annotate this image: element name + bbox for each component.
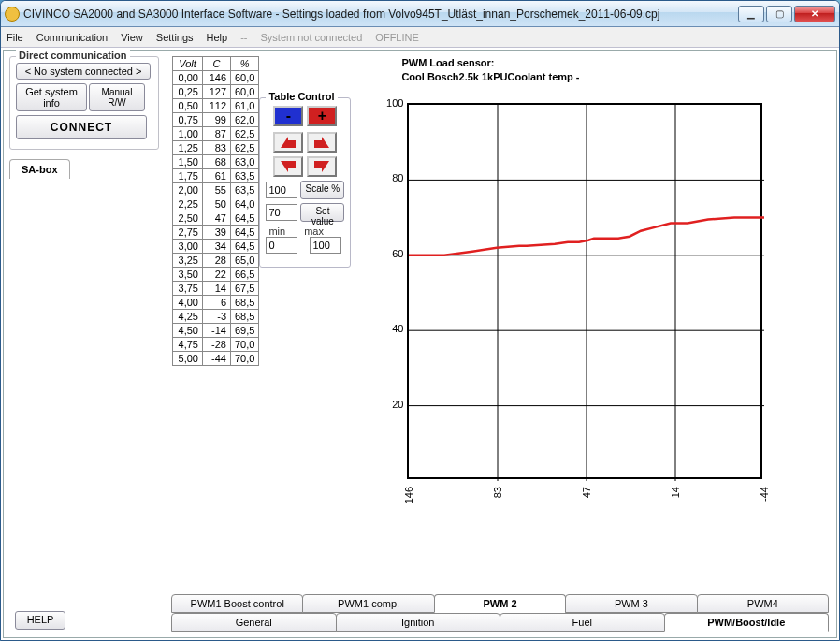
tab-pwm-boost-idle[interactable]: PWM/Boost/Idle [664, 613, 830, 632]
table-cell[interactable]: 2,25 [173, 197, 203, 211]
table-cell[interactable]: 68,5 [231, 310, 259, 324]
table-row[interactable]: 4,25-368,5 [173, 310, 259, 324]
menu-view[interactable]: View [121, 32, 143, 43]
increment-button[interactable]: + [307, 106, 337, 126]
no-system-button[interactable]: < No system connected > [16, 63, 151, 80]
table-row[interactable]: 2,504764,5 [173, 211, 259, 226]
data-table[interactable]: Volt C % 0,0014660,00,2512760,00,5011261… [172, 56, 259, 366]
table-cell[interactable]: 39 [203, 226, 231, 240]
table-row[interactable]: 4,75-2870,0 [173, 338, 259, 352]
table-cell[interactable]: 0,75 [173, 113, 203, 127]
table-cell[interactable]: 64,5 [231, 240, 259, 254]
menu-communication[interactable]: Communication [36, 32, 108, 43]
table-cell[interactable]: 2,75 [173, 226, 203, 240]
table-cell[interactable]: 62,5 [231, 127, 259, 141]
scale-input[interactable] [266, 182, 297, 198]
table-row[interactable]: 2,255064,0 [173, 197, 259, 211]
table-cell[interactable]: 3,75 [173, 282, 203, 296]
table-cell[interactable]: 14 [203, 282, 231, 296]
table-cell[interactable]: 2,00 [173, 183, 203, 197]
close-button[interactable] [794, 6, 835, 22]
decrement-button[interactable]: - [273, 106, 303, 126]
table-cell[interactable]: 112 [203, 99, 231, 113]
table-cell[interactable]: -28 [203, 338, 231, 352]
table-cell[interactable]: 62,5 [231, 141, 259, 155]
table-cell[interactable]: 3,25 [173, 254, 203, 268]
table-row[interactable]: 2,005563,5 [173, 183, 259, 197]
table-cell[interactable]: 22 [203, 268, 231, 282]
maximize-button[interactable] [766, 6, 792, 22]
manual-rw-button[interactable]: Manual R/W [89, 83, 145, 111]
table-cell[interactable]: -3 [203, 310, 231, 324]
menu-help[interactable]: Help [207, 32, 228, 43]
table-cell[interactable]: 70,0 [231, 352, 259, 366]
table-cell[interactable]: 63,0 [231, 155, 259, 169]
table-cell[interactable]: 47 [203, 211, 231, 226]
table-row[interactable]: 1,506863,0 [173, 155, 259, 169]
table-cell[interactable]: 50 [203, 197, 231, 211]
tab-pwm4[interactable]: PWM4 [697, 594, 829, 613]
table-cell[interactable]: 4,00 [173, 296, 203, 310]
table-cell[interactable]: 55 [203, 183, 231, 197]
table-cell[interactable]: 66,5 [231, 268, 259, 282]
table-cell[interactable]: 60,0 [231, 85, 259, 99]
table-cell[interactable]: 64,5 [231, 226, 259, 240]
table-cell[interactable]: 70,0 [231, 338, 259, 352]
table-row[interactable]: 5,00-4470,0 [173, 352, 259, 366]
tab-pwm-2[interactable]: PWM 2 [434, 594, 566, 613]
connect-button[interactable]: CONNECT [16, 115, 147, 139]
table-row[interactable]: 3,502266,5 [173, 268, 259, 282]
scale-button[interactable]: Scale % [300, 181, 344, 199]
table-cell[interactable]: 1,00 [173, 127, 203, 141]
table-cell[interactable]: 4,50 [173, 324, 203, 338]
table-cell[interactable]: 62,0 [231, 113, 259, 127]
table-cell[interactable]: 1,50 [173, 155, 203, 169]
tab-fuel[interactable]: Fuel [500, 613, 665, 632]
table-row[interactable]: 2,753964,5 [173, 226, 259, 240]
table-cell[interactable]: 146 [203, 71, 231, 85]
table-cell[interactable]: 34 [203, 240, 231, 254]
table-row[interactable]: 3,751467,5 [173, 282, 259, 296]
table-cell[interactable]: 0,50 [173, 99, 203, 113]
arrow-down-right-button[interactable] [307, 156, 337, 177]
menu-settings[interactable]: Settings [156, 32, 194, 43]
table-row[interactable]: 3,252865,0 [173, 254, 259, 268]
table-cell[interactable]: 1,75 [173, 169, 203, 183]
table-cell[interactable]: -44 [203, 352, 231, 366]
table-cell[interactable]: 60,0 [231, 71, 259, 85]
table-cell[interactable]: 67,5 [231, 282, 259, 296]
table-cell[interactable]: 63,5 [231, 169, 259, 183]
arrow-down-left-button[interactable] [273, 156, 303, 177]
table-cell[interactable]: 4,25 [173, 310, 203, 324]
table-cell[interactable]: 61 [203, 169, 231, 183]
table-row[interactable]: 0,759962,0 [173, 113, 259, 127]
arrow-up-right-button[interactable] [307, 132, 337, 153]
col-volt[interactable]: Volt [173, 57, 203, 71]
tab-general[interactable]: General [171, 613, 337, 632]
table-row[interactable]: 1,756163,5 [173, 169, 259, 183]
table-cell[interactable]: 87 [203, 127, 231, 141]
table-row[interactable]: 0,0014660,0 [173, 71, 259, 85]
table-cell[interactable]: 127 [203, 85, 231, 99]
max-input[interactable] [310, 237, 341, 254]
setvalue-input[interactable] [266, 204, 297, 221]
table-cell[interactable]: 64,0 [231, 197, 259, 211]
tab-pwm1-boost-control[interactable]: PWM1 Boost control [171, 594, 303, 613]
table-row[interactable]: 3,003464,5 [173, 240, 259, 254]
table-cell[interactable]: 68,5 [231, 296, 259, 310]
table-row[interactable]: 1,008762,5 [173, 127, 259, 141]
table-cell[interactable]: 3,00 [173, 240, 203, 254]
tab-pwm-3[interactable]: PWM 3 [565, 594, 697, 613]
table-cell[interactable]: -14 [203, 324, 231, 338]
col-pct[interactable]: % [231, 57, 259, 71]
table-cell[interactable]: 1,25 [173, 141, 203, 155]
tab-ignition[interactable]: Ignition [336, 613, 501, 632]
help-button[interactable]: HELP [15, 611, 65, 630]
tab-pwm1-comp-[interactable]: PWM1 comp. [302, 594, 434, 613]
menu-file[interactable]: File [7, 32, 23, 43]
table-cell[interactable]: 0,25 [173, 85, 203, 99]
table-cell[interactable]: 5,00 [173, 352, 203, 366]
table-cell[interactable]: 64,5 [231, 211, 259, 226]
table-cell[interactable]: 61,0 [231, 99, 259, 113]
table-row[interactable]: 4,00668,5 [173, 296, 259, 310]
